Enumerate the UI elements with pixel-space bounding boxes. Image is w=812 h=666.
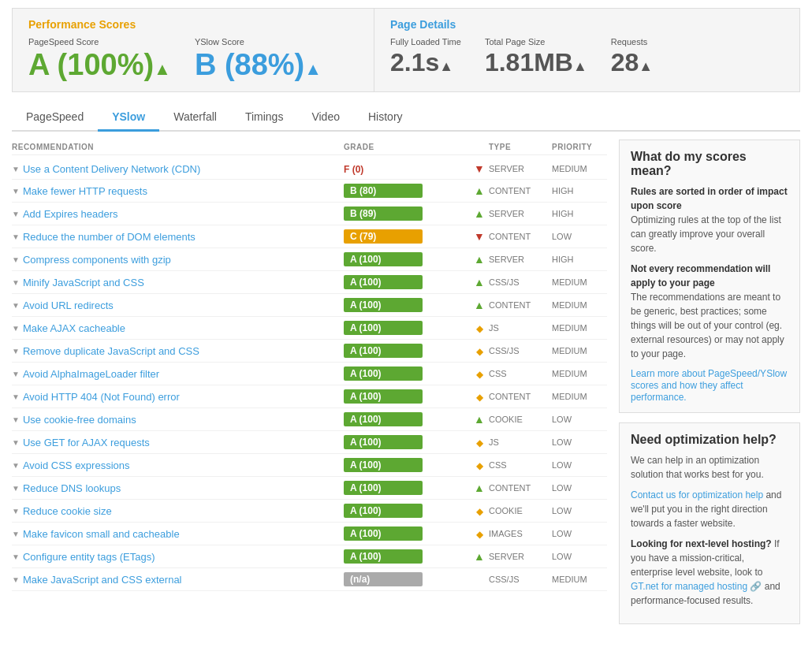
recommendation-text: Make fewer HTTP requests: [23, 185, 147, 197]
row-priority: HIGH: [552, 209, 607, 218]
row-type: JS: [489, 323, 552, 333]
row-grade: A (100): [344, 252, 470, 266]
header-grade: GRADE: [344, 143, 470, 151]
expand-arrow: ▼: [12, 370, 20, 378]
row-recommendation-name[interactable]: ▼ Make AJAX cacheable: [12, 322, 344, 334]
expand-arrow: ▼: [12, 461, 20, 470]
scores-learn-more-link[interactable]: Learn more about PageSpeed/YSlow scores …: [631, 368, 787, 403]
diamond-icon: ◆: [476, 529, 483, 540]
optimization-title: Need optimization help?: [631, 433, 788, 447]
pagespeed-label: PageSpeed Score: [28, 37, 171, 47]
row-grade: F (0): [344, 163, 470, 175]
row-priority: LOW: [552, 437, 607, 447]
pagespeed-value: A (100%)▲: [28, 48, 171, 82]
row-recommendation-name[interactable]: ▼ Use a Content Delivery Network (CDN): [12, 163, 344, 175]
tab-yslow[interactable]: YSlow: [98, 104, 159, 132]
row-recommendation-name[interactable]: ▼ Minify JavaScript and CSS: [12, 277, 344, 288]
performance-scores-title: Performance Scores: [28, 18, 358, 31]
table-row: ▼ Reduce DNS lookups A (100) ▲ CONTENT L…: [12, 477, 607, 500]
row-recommendation-name[interactable]: ▼ Avoid CSS expressions: [12, 460, 344, 471]
recommendation-text: Configure entity tags (ETags): [23, 551, 155, 563]
up-icon: ▲: [474, 482, 485, 494]
table-row: ▼ Make favicon small and cacheable A (10…: [12, 523, 607, 545]
recommendation-text: Add Expires headers: [23, 208, 118, 220]
scores-text2: Not every recommendation will apply to y…: [631, 262, 788, 361]
recommendation-text: Make JavaScript and CSS external: [23, 574, 182, 586]
row-type: CSS/JS: [489, 346, 552, 355]
optimization-contact: Contact us for optimization help and we'…: [631, 488, 788, 530]
up-icon: ▲: [474, 276, 485, 288]
page-details-title: Page Details: [390, 18, 784, 31]
row-grade: A (100): [344, 504, 470, 518]
tab-pagespeed[interactable]: PageSpeed: [12, 104, 98, 132]
row-priority: MEDIUM: [552, 346, 607, 355]
row-type: CONTENT: [489, 483, 552, 493]
contact-link[interactable]: Contact us for optimization help: [631, 489, 763, 500]
row-recommendation-name[interactable]: ▼ Make favicon small and cacheable: [12, 528, 344, 540]
row-recommendation-name[interactable]: ▼ Add Expires headers: [12, 208, 344, 220]
row-priority: MEDIUM: [552, 323, 607, 333]
header-recommendation: RECOMMENDATION: [12, 143, 344, 151]
up-icon: ▲: [474, 253, 485, 266]
grade-bar: A (100): [344, 458, 423, 472]
row-priority: MEDIUM: [552, 164, 607, 173]
optimization-help-box: Need optimization help? We can help in a…: [619, 422, 800, 624]
tab-timings[interactable]: Timings: [231, 104, 298, 132]
hosting-link[interactable]: GT.net for managed hosting: [631, 581, 747, 592]
row-recommendation-name[interactable]: ▼ Compress components with gzip: [12, 254, 344, 266]
row-icon: ◆: [470, 505, 489, 517]
row-recommendation-name[interactable]: ▼ Avoid AlphaImageLoader filter: [12, 368, 344, 380]
recommendation-text: Minify JavaScript and CSS: [23, 277, 144, 288]
row-type: CONTENT: [489, 392, 552, 401]
main-table-area: RECOMMENDATION GRADE TYPE PRIORITY ▼ Use…: [12, 140, 607, 634]
grade-value: F (0): [344, 164, 363, 175]
recommendation-text: Use cookie-free domains: [23, 414, 136, 426]
table-row: ▼ Make JavaScript and CSS external (n/a)…: [12, 568, 607, 591]
page-details-panel: Page Details Fully Loaded Time 2.1s▲ Tot…: [374, 8, 800, 92]
yslow-value: B (88%)▲: [195, 48, 322, 82]
grade-bar: A (100): [344, 389, 423, 404]
grade-bar: A (100): [344, 412, 423, 426]
grade-bar: A (100): [344, 321, 423, 335]
recommendation-text: Compress components with gzip: [23, 254, 171, 266]
recommendation-text: Avoid CSS expressions: [23, 460, 130, 471]
row-recommendation-name[interactable]: ▼ Remove duplicate JavaScript and CSS: [12, 345, 344, 357]
table-row: ▼ Avoid URL redirects A (100) ▲ CONTENT …: [12, 294, 607, 317]
expand-arrow: ▼: [12, 324, 20, 333]
table-row: ▼ Use GET for AJAX requests A (100) ◆ JS…: [12, 431, 607, 454]
row-type: COOKIE: [489, 415, 552, 424]
row-recommendation-name[interactable]: ▼ Avoid URL redirects: [12, 300, 344, 311]
tabs-row: PageSpeed YSlow Waterfall Timings Video …: [12, 104, 800, 132]
row-recommendation-name[interactable]: ▼ Use GET for AJAX requests: [12, 437, 344, 448]
up-icon: ▲: [474, 413, 485, 426]
grade-bar: A (100): [344, 504, 423, 518]
row-grade: (n/a): [344, 572, 470, 586]
row-type: JS: [489, 437, 552, 447]
row-recommendation-name[interactable]: ▼ Reduce the number of DOM elements: [12, 231, 344, 243]
row-recommendation-name[interactable]: ▼ Use cookie-free domains: [12, 414, 344, 426]
yslow-score-block: YSlow Score B (88%)▲: [195, 37, 322, 82]
tab-history[interactable]: History: [354, 104, 417, 132]
row-priority: MEDIUM: [552, 392, 607, 401]
row-recommendation-name[interactable]: ▼ Avoid HTTP 404 (Not Found) error: [12, 391, 344, 403]
diamond-icon: ◆: [476, 323, 483, 334]
tab-waterfall[interactable]: Waterfall: [159, 104, 231, 132]
row-type: CSS: [489, 460, 552, 470]
down-icon: ▼: [474, 230, 485, 243]
row-recommendation-name[interactable]: ▼ Make JavaScript and CSS external: [12, 574, 344, 586]
row-recommendation-name[interactable]: ▼ Reduce DNS lookups: [12, 482, 344, 494]
expand-arrow: ▼: [12, 553, 20, 561]
table-row: ▼ Avoid AlphaImageLoader filter A (100) …: [12, 363, 607, 385]
row-priority: HIGH: [552, 186, 607, 195]
page-size-label: Total Page Size: [485, 37, 587, 47]
recommendation-text: Reduce cookie size: [23, 505, 112, 517]
row-recommendation-name[interactable]: ▼ Reduce cookie size: [12, 505, 344, 517]
table-row: ▼ Avoid CSS expressions A (100) ◆ CSS LO…: [12, 454, 607, 477]
row-recommendation-name[interactable]: ▼ Configure entity tags (ETags): [12, 551, 344, 563]
row-type: CSS/JS: [489, 575, 552, 584]
tab-video[interactable]: Video: [297, 104, 354, 132]
header-type: TYPE: [489, 143, 552, 151]
row-recommendation-name[interactable]: ▼ Make fewer HTTP requests: [12, 185, 344, 197]
row-icon: ◆: [470, 322, 489, 334]
table-row: ▼ Use cookie-free domains A (100) ▲ COOK…: [12, 408, 607, 431]
